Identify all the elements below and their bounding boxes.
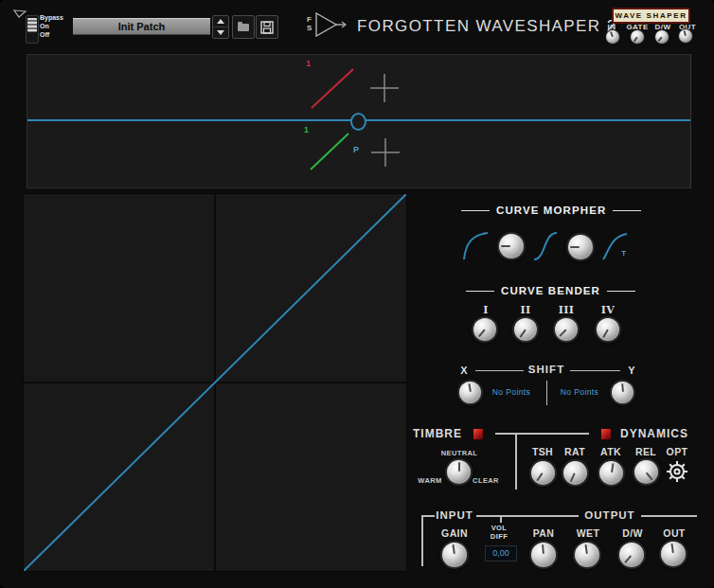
positive-curve-segment [312,69,353,108]
p-marker: P [353,145,359,154]
bender-2-knob[interactable] [514,318,537,341]
tsh-label: TSH [532,446,553,457]
dynamics-title: DYNAMICS [620,427,688,440]
bender-1-label: I [483,304,489,316]
timbre-warm-label: WARM [418,476,441,485]
vol-diff-readout: 0,00 [485,545,517,561]
bypass-label: Bypass [40,14,63,22]
bypass-switch[interactable] [26,15,39,44]
pan-knob[interactable] [531,543,556,567]
waveform-editor[interactable]: 1 1 P [27,54,691,188]
gear-icon[interactable] [666,460,688,483]
atk-knob[interactable] [599,461,623,485]
opt-label: OPT [667,446,688,457]
vol-diff-value: 0,00 [492,548,509,558]
out-out-label: OUT [663,527,685,539]
arrow-down-icon [217,30,224,35]
off-label: Off [40,31,49,39]
saturate-curve-icon [461,230,490,262]
timbre-neutral-label: NEUTRAL [441,449,478,457]
out-output-knob[interactable] [661,542,686,566]
tsh-knob[interactable] [531,461,555,485]
gain-knob[interactable] [442,543,467,567]
plugin-title: FORGOTTEN WAVESHAPER 2 [357,17,617,36]
positive-segment-number: 1 [306,59,311,68]
bender-4-label: IV [601,304,615,316]
wet-label: WET [577,527,600,539]
waveshaper-badge: WAVE SHAPER [612,8,690,24]
shift-y-status: No Points [561,387,598,397]
timbre-led[interactable] [473,428,484,440]
t-curve-label: T [621,249,626,258]
dw-output-knob[interactable] [619,543,644,567]
shift-x-knob[interactable] [459,382,481,403]
timbre-clear-label: CLEAR [473,476,499,485]
save-preset-button[interactable] [256,15,278,39]
plugin-window: Bypass On Off Init Patch F S FORGOTTEN W… [0,0,714,588]
timbre-knob[interactable] [447,460,471,484]
pan-label: PAN [533,527,555,539]
folder-icon [238,24,249,31]
logo-letter-s: S [307,25,312,32]
bender-3-label: III [559,304,575,316]
morph-b-knob[interactable] [568,235,593,259]
curve-bender-title: CURVE BENDER [466,285,635,296]
wet-knob[interactable] [575,543,599,567]
in-knob[interactable] [606,30,619,44]
shift-x-label: X [460,365,468,376]
rat-knob[interactable] [563,461,587,485]
morph-a-knob[interactable] [499,234,524,258]
sigmoid-curve-icon [532,230,559,262]
preset-prev-button[interactable] [213,16,228,27]
rat-label: RAT [564,446,585,457]
center-point-handle[interactable] [350,113,366,131]
preset-next-button[interactable] [213,27,228,38]
bender-1-knob[interactable] [473,318,496,341]
transfer-curve-line [24,194,406,571]
arrow-up-icon [217,19,224,24]
preset-name: Init Patch [118,21,166,32]
shift-y-label: Y [628,365,635,376]
bender-4-knob[interactable] [597,318,619,341]
curve-morpher-title: CURVE MORPHER [461,205,641,216]
dw-out-label: D/W [622,527,643,539]
output-title: OUTPUT [584,509,634,521]
logo-letter-f: F [307,16,312,24]
on-label: On [40,23,49,30]
vol-diff-label-1: VOL [491,524,508,532]
dw-knob[interactable] [655,30,669,44]
gain-label: GAIN [441,527,468,539]
gate-knob[interactable] [631,30,644,44]
negative-curve-segment [311,134,348,169]
negative-segment-number: 1 [304,125,309,134]
preset-spinner [212,15,229,39]
shift-x-status: No Points [492,387,530,397]
input-title: INPUT [436,509,473,521]
atk-label: ATK [600,446,621,457]
rel-knob[interactable] [634,460,658,484]
add-point-crosshair-top[interactable] [368,72,402,106]
out-knob[interactable] [679,29,692,43]
bypass-switch-handle[interactable] [27,18,37,32]
save-icon [260,21,274,34]
shift-title: SHIFT [528,364,565,375]
timbre-title: TIMBRE [413,427,462,440]
opamp-triangle-icon [315,12,351,39]
shift-y-knob[interactable] [612,382,634,403]
transfer-curve-graph[interactable] [23,193,407,572]
dynamics-led[interactable] [600,428,612,440]
add-point-crosshair-bottom[interactable] [369,136,403,170]
rel-label: REL [635,446,656,457]
preset-selector[interactable]: Init Patch [73,18,210,35]
vol-diff-label-2: DIFF [491,532,508,541]
bender-2-label: II [520,304,530,316]
load-preset-button[interactable] [232,15,255,39]
bender-3-knob[interactable] [555,318,578,341]
